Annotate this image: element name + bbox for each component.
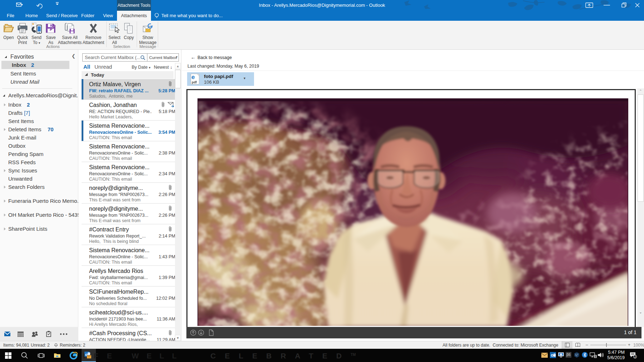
svg-text:o: o	[551, 353, 553, 358]
svg-text:2: 2	[634, 355, 636, 358]
